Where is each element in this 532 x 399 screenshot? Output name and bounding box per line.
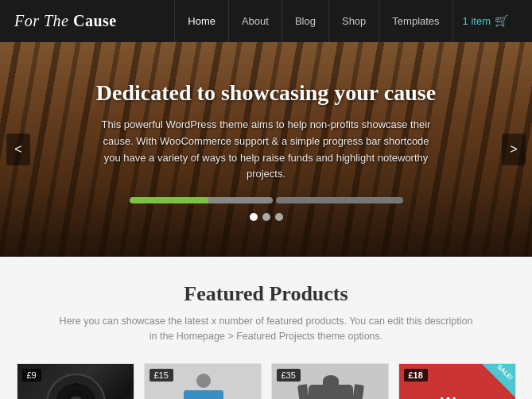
price-badge-4: £18	[404, 369, 428, 382]
person-head	[196, 374, 211, 388]
featured-description: Here you can showcase the latest x numbe…	[60, 314, 473, 344]
featured-title: Featured Products	[16, 282, 516, 306]
progress-bar-wrapper	[80, 197, 452, 203]
price-badge-3: £35	[277, 369, 301, 382]
product-card-4[interactable]: Woo £18 SALE!	[398, 363, 516, 400]
progress-fill	[130, 197, 208, 203]
person-figure: Woo	[184, 364, 223, 400]
cart-item[interactable]: 1 item 🛒	[452, 0, 518, 42]
slider-next-button[interactable]: >	[502, 134, 526, 165]
hero-description: This powerful WordPress theme aims to he…	[95, 117, 437, 183]
dot-1[interactable]	[250, 213, 258, 221]
slider-prev-button[interactable]: <	[6, 134, 30, 165]
brand-bold: Cause	[73, 12, 117, 29]
hero-title: Dedicated to showcasing your cause	[80, 80, 452, 106]
product-card-1[interactable]: £9	[17, 363, 134, 400]
brand-prefix: For The	[14, 12, 73, 29]
nav-item-home[interactable]: Home	[174, 0, 228, 42]
chevron-right-icon: >	[510, 142, 517, 157]
nav-menu: Home About Blog Shop Templates 1 item 🛒	[174, 0, 518, 42]
dot-2[interactable]	[262, 213, 270, 221]
product-image-2: Woo £15	[145, 364, 262, 400]
product-card-2[interactable]: Woo £15	[144, 363, 262, 400]
sale-badge: SALE!	[482, 364, 516, 399]
price-badge-1: £9	[22, 369, 41, 382]
products-grid: £9 Woo £15	[16, 363, 516, 400]
nav-item-about[interactable]: About	[228, 0, 282, 42]
hero-slider: Dedicated to showcasing your cause This …	[0, 42, 532, 257]
person-body: Woo	[184, 390, 223, 400]
dot-3[interactable]	[275, 213, 283, 221]
slider-dots	[80, 213, 452, 221]
nav-item-blog[interactable]: Blog	[282, 0, 328, 42]
woo-shirt-text: Woo	[441, 394, 475, 399]
progress-track	[130, 197, 273, 203]
chevron-left-icon: <	[14, 142, 21, 157]
product-image-1: £9	[17, 364, 134, 400]
navbar: For The Cause Home About Blog Shop Templ…	[0, 0, 532, 42]
cart-label: 1 item	[463, 0, 491, 42]
product-card-3[interactable]: £35	[271, 363, 389, 400]
hero-content: Dedicated to showcasing your cause This …	[0, 42, 532, 221]
nav-item-templates[interactable]: Templates	[379, 0, 452, 42]
hoodie-graphic	[309, 364, 353, 400]
price-badge-2: £15	[150, 369, 173, 382]
nav-item-shop[interactable]: Shop	[328, 0, 379, 42]
featured-section: Featured Products Here you can showcase …	[0, 257, 532, 399]
brand[interactable]: For The Cause	[14, 12, 174, 30]
progress-track-right	[276, 197, 403, 203]
cart-icon: 🛒	[495, 0, 508, 42]
product-image-3: £35	[272, 364, 389, 400]
product-image-4: Woo £18 SALE!	[399, 364, 516, 400]
vinyl-graphic	[46, 374, 106, 399]
